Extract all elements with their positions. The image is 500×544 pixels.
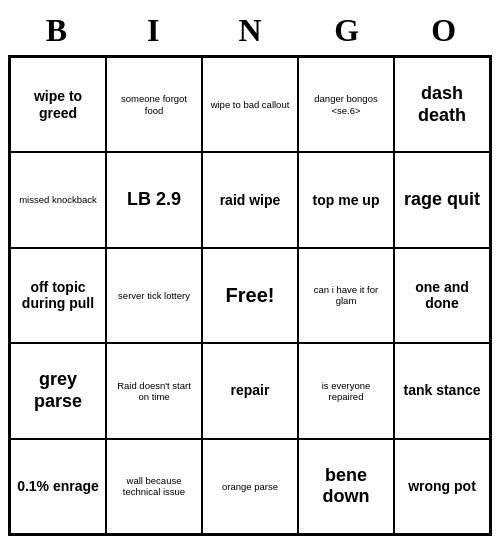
bingo-cell-9: rage quit bbox=[394, 152, 490, 247]
bingo-cell-8: top me up bbox=[298, 152, 394, 247]
bingo-grid: wipe to greedsomeone forgot foodwipe to … bbox=[8, 55, 492, 536]
header-letter: N bbox=[202, 8, 299, 53]
header-letter: B bbox=[8, 8, 105, 53]
bingo-cell-13: can i have it for glam bbox=[298, 248, 394, 343]
bingo-cell-2: wipe to bad callout bbox=[202, 57, 298, 152]
bingo-cell-3: danger bongos <se.6> bbox=[298, 57, 394, 152]
header-letter: G bbox=[298, 8, 395, 53]
bingo-cell-10: off topic during pull bbox=[10, 248, 106, 343]
bingo-cell-24: wrong pot bbox=[394, 439, 490, 534]
bingo-cell-1: someone forgot food bbox=[106, 57, 202, 152]
bingo-cell-16: Raid doesn't start on time bbox=[106, 343, 202, 438]
bingo-cell-6: LB 2.9 bbox=[106, 152, 202, 247]
bingo-cell-4: dash death bbox=[394, 57, 490, 152]
header-letter: O bbox=[395, 8, 492, 53]
bingo-cell-7: raid wipe bbox=[202, 152, 298, 247]
bingo-cell-5: missed knockback bbox=[10, 152, 106, 247]
bingo-cell-17: repair bbox=[202, 343, 298, 438]
header-letter: I bbox=[105, 8, 202, 53]
bingo-cell-19: tank stance bbox=[394, 343, 490, 438]
bingo-cell-0: wipe to greed bbox=[10, 57, 106, 152]
bingo-cell-21: wall because technical issue bbox=[106, 439, 202, 534]
bingo-cell-15: grey parse bbox=[10, 343, 106, 438]
bingo-cell-12: Free! bbox=[202, 248, 298, 343]
bingo-cell-20: 0.1% enrage bbox=[10, 439, 106, 534]
bingo-cell-11: server tick lottery bbox=[106, 248, 202, 343]
bingo-cell-14: one and done bbox=[394, 248, 490, 343]
bingo-cell-22: orange parse bbox=[202, 439, 298, 534]
bingo-cell-23: bene down bbox=[298, 439, 394, 534]
bingo-header: BINGO bbox=[8, 8, 492, 53]
bingo-cell-18: is everyone repaired bbox=[298, 343, 394, 438]
